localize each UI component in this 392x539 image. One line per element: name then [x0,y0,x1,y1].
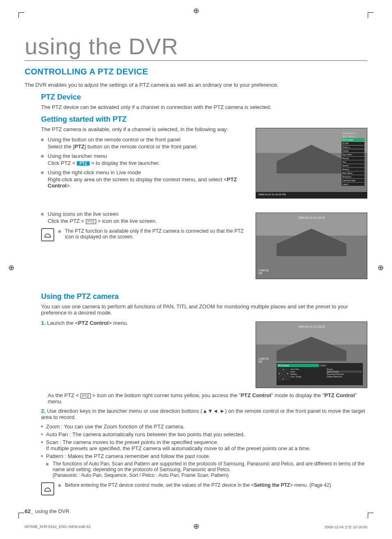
cam-sublabel: KB [258,360,269,363]
crop-mark-icon [368,513,374,518]
ptz-badge-icon: PTZ [77,161,90,166]
ptz-device-heading: PTZ Device [41,93,367,102]
getting-started-heading: Getting started with PTZ [41,115,367,124]
ptz-panel-title: PTZ Control [277,364,319,367]
section-heading: CONTROLLING A PTZ DEVICE [25,67,367,76]
item-body: Click PTZ < [48,160,77,166]
print-file: 00769B_SHR-8162_ENG~NEW.indb 62 [25,525,90,530]
item-title: Using icons on the live screen [48,211,119,217]
list-item: Using the launcher menu Click PTZ < PTZ … [41,153,367,166]
direction-arrows-icon: ▲▼◄ ► [202,408,225,414]
scan-extra-text: If multiple presets are specified, the P… [46,445,311,451]
intro-text: The DVR enables you to adjust the settin… [25,82,367,88]
crop-mark-icon [18,12,24,18]
cam-label: CAM 01 [258,357,269,360]
item-bold: PTZ [74,143,85,150]
menu-scene-mode: Scene Mode ► [341,132,364,135]
item-title: Using the button on the remote control o… [48,136,180,143]
note-icon [41,228,54,241]
item-body: > icon on the live screen. [96,218,157,224]
using-camera-desc: You can use one camera to perform all fu… [41,303,367,316]
print-date: 2008-12-04 오전 10:16:00 [325,525,367,530]
item-body: ] button on the remote control or the fr… [85,143,198,150]
crop-mark-icon [18,513,24,518]
cam-label: CAM 01 [258,269,269,272]
bullet-pattern: Pattern : Makes the PTZ camera remember … [41,453,367,478]
using-camera-heading: Using the PTZ camera [41,292,367,301]
ptz-panel-cam: CAM01 [319,364,326,367]
step-2: 2. Use direction keys in the launcher me… [41,408,367,420]
note-icon [41,482,54,495]
bullet-scan: Scan : The camera moves to the preset po… [41,439,367,451]
pattern-note: The functions of Auto Pan, Scan and Patt… [46,461,367,478]
ptz-panel-item: Cam. Setup [291,375,326,378]
screenshot-timestamp: 2009-01-01 01:10:25 PM [258,193,286,196]
list-item: Using icons on the live screen Click the… [41,211,367,224]
ptz-btn: Delete [327,375,332,378]
crop-mark-icon [368,12,374,18]
item-body: Select the [ [48,143,74,150]
screenshot-timestamp: 2009-01-01 01:10:25 [298,325,325,328]
cam-sublabel: KB [258,272,269,275]
page-number: 62_ [25,508,34,514]
list-item: Using the right-click menu in Live mode … [41,169,367,189]
item-body: >. [67,183,71,189]
item-body: > to display the live launcher. [90,160,160,166]
item-title: Using the right-click menu in Live mode [48,169,141,176]
final-note: Before entering the PTZ device control m… [58,482,331,488]
item-body: Click the PTZ < [48,218,86,224]
ptz-small-icon: PTZ [86,219,96,224]
page-title: using the DVR [25,33,367,61]
footer-text: using the DVR [35,508,69,514]
note-text: The PTZ function is available only if th… [58,228,250,240]
item-title: Using the launcher menu [48,153,107,159]
screenshot-ptz-control-panel: 2009-01-01 01:10:25 CAM 01 KB PTZ Contro… [256,322,367,388]
list-item: Using the button on the remote control o… [41,136,367,150]
registration-mark-top-icon: ⊕ [193,6,199,15]
menu-item: Freeze [341,149,364,153]
ptz-btn: Delete All [333,375,342,378]
bullet-autopan: Auto Pan : The camera automatically runs… [41,431,367,437]
ptz-small-icon: PTZ [81,393,91,398]
item-body: Right-click any area on the screen to di… [48,176,227,183]
bullet-zoom: Zoom : You can use the Zoom function of … [41,423,367,430]
registration-mark-right-icon: ⊕ [378,263,384,272]
registration-mark-left-icon: ⊕ [8,263,14,272]
ptz-device-desc: The PTZ device can be activated only if … [41,104,367,110]
